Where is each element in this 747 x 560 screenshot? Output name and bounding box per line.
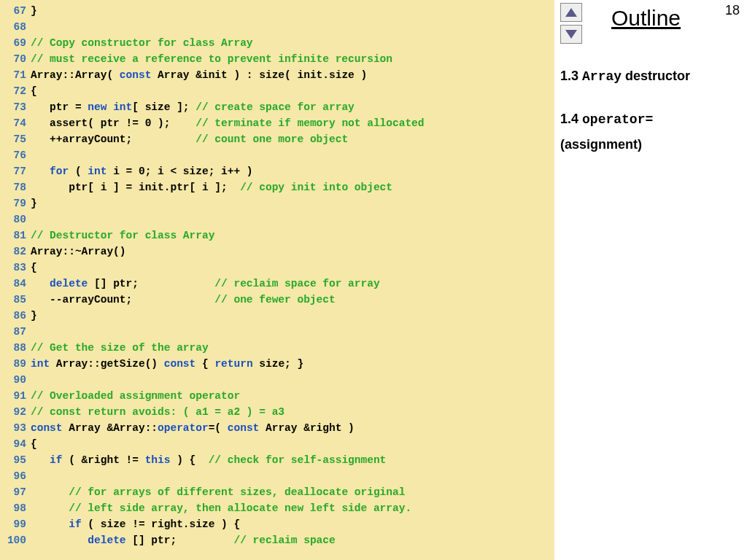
code-text: } [31, 198, 37, 209]
line-number: 98 [6, 500, 26, 516]
code-text: ( size != right.size ) { [82, 518, 241, 530]
line-number: 89 [6, 356, 26, 372]
code-text: ptr[ i ] = init.ptr[ i ]; [31, 182, 240, 193]
code-text: Array::Array( [31, 69, 120, 81]
comment-text: // check for self-assignment [209, 454, 387, 466]
line-number: 68 [6, 19, 26, 35]
line-number: 97 [6, 484, 26, 500]
line-number: 71 [6, 67, 26, 83]
line-number: 91 [6, 388, 26, 404]
code-line: 83{ [0, 260, 554, 276]
code-text: { [196, 358, 214, 370]
line-number: 79 [6, 195, 26, 211]
comment-text: // must receive a reference to prevent i… [31, 53, 392, 65]
code-line: 89int Array::getSize() const { return si… [0, 356, 554, 372]
code-line: 94{ [0, 436, 554, 452]
keyword-text: int [113, 101, 132, 113]
code-text: } [31, 5, 37, 17]
code-line: 97 // for arrays of different sizes, dea… [0, 484, 554, 500]
code-text [31, 518, 69, 530]
line-number: 94 [6, 436, 26, 452]
page-number: 18 [725, 3, 740, 18]
code-text: size; } [253, 358, 304, 370]
line-number: 76 [6, 147, 26, 163]
line-number: 78 [6, 179, 26, 195]
line-number: 100 [6, 532, 26, 548]
code-line: 81// Destructor for class Array [0, 228, 554, 244]
code-line: 99 if ( size != right.size ) { [0, 516, 554, 532]
comment-text: // copy init into object [240, 182, 392, 193]
code-line: 82Array::~Array() [0, 244, 554, 260]
keyword-text: const [228, 422, 260, 434]
comment-text: // left side array, then allocate new le… [69, 502, 411, 514]
comment-text: // reclaim space for array [214, 278, 379, 289]
code-text: } [31, 310, 37, 322]
code-line: 73 ptr = new int[ size ]; // create spac… [0, 99, 554, 115]
code-line: 72{ [0, 83, 554, 99]
code-line: 74 assert( ptr != 0 ); // terminate if m… [0, 115, 554, 131]
code-line: 71Array::Array( const Array &init ) : si… [0, 67, 554, 83]
prev-slide-button[interactable] [560, 3, 582, 22]
comment-text: // for arrays of different sizes, deallo… [69, 486, 405, 498]
code-line: 92// const return avoids: ( a1 = a2 ) = … [0, 404, 554, 420]
line-number: 73 [6, 99, 26, 115]
line-number: 74 [6, 115, 26, 131]
code-text: ++arrayCount; [31, 133, 196, 145]
code-line: 90 [0, 372, 554, 388]
code-text: Array::getSize() [50, 358, 164, 370]
code-text: Array::~Array() [31, 246, 126, 257]
code-line: 80 [0, 211, 554, 228]
code-text [31, 454, 50, 466]
triangle-down-icon [565, 30, 577, 39]
keyword-text: int [31, 358, 50, 370]
code-panel: 67}6869// Copy constructor for class Arr… [0, 0, 554, 560]
code-text: ( [69, 166, 88, 177]
code-line: 95 if ( &right != this ) { // check for … [0, 452, 554, 468]
code-text: Array &init ) : size( init.size ) [151, 69, 367, 81]
comment-text: // Copy constructor for class Array [31, 37, 253, 49]
code-text: [] ptr; [88, 278, 214, 289]
code-text: ) { [170, 454, 208, 466]
code-line: 91// Overloaded assignment operator [0, 388, 554, 404]
code-line: 79} [0, 195, 554, 211]
line-number: 81 [6, 228, 26, 244]
outline-item-3: (assignment) [560, 134, 690, 155]
keyword-text: const [120, 69, 152, 81]
code-line: 100 delete [] ptr; // reclaim space [0, 532, 554, 548]
comment-text: // one fewer object [214, 294, 335, 306]
line-number: 85 [6, 292, 26, 308]
code-text: --arrayCount; [31, 294, 214, 306]
outline-title: Outline [611, 6, 681, 31]
line-number: 93 [6, 420, 26, 436]
side-panel: 18 Outline 1.3 Array destructor 1.4 oper… [554, 0, 747, 560]
keyword-text: if [50, 454, 62, 466]
code-line: 84 delete [] ptr; // reclaim space for a… [0, 276, 554, 292]
outline-body: 1.3 Array destructor 1.4 operator= (assi… [560, 66, 690, 159]
code-line: 85 --arrayCount; // one fewer object [0, 292, 554, 308]
outline-item-2: 1.4 operator= [560, 109, 690, 130]
code-text: assert( ptr != 0 ); [31, 117, 196, 129]
keyword-text: delete [88, 534, 125, 546]
code-line: 78 ptr[ i ] = init.ptr[ i ]; // copy ini… [0, 179, 554, 195]
code-line: 70// must receive a reference to prevent… [0, 51, 554, 67]
line-number: 87 [6, 324, 26, 340]
line-number: 69 [6, 35, 26, 51]
code-line: 96 [0, 468, 554, 484]
code-text: [] ptr; [126, 534, 234, 546]
comment-text: // Get the size of the array [31, 342, 209, 354]
comment-text: // create space for array [196, 101, 355, 113]
line-number: 92 [6, 404, 26, 420]
comment-text: // Overloaded assignment operator [31, 390, 240, 402]
keyword-text: new [88, 101, 107, 113]
outline-item-1: 1.3 Array destructor [560, 66, 690, 87]
code-text: Array &Array:: [63, 422, 158, 434]
next-slide-button[interactable] [560, 25, 582, 44]
code-line: 69// Copy constructor for class Array [0, 35, 554, 51]
keyword-text: const [31, 422, 63, 434]
comment-text: // count one more object [196, 133, 348, 145]
comment-text: // const return avoids: ( a1 = a2 ) = a3 [31, 406, 285, 418]
line-number: 90 [6, 372, 26, 388]
keyword-text: int [88, 166, 107, 177]
line-number: 67 [6, 3, 26, 19]
code-text: Array &right ) [259, 422, 355, 434]
